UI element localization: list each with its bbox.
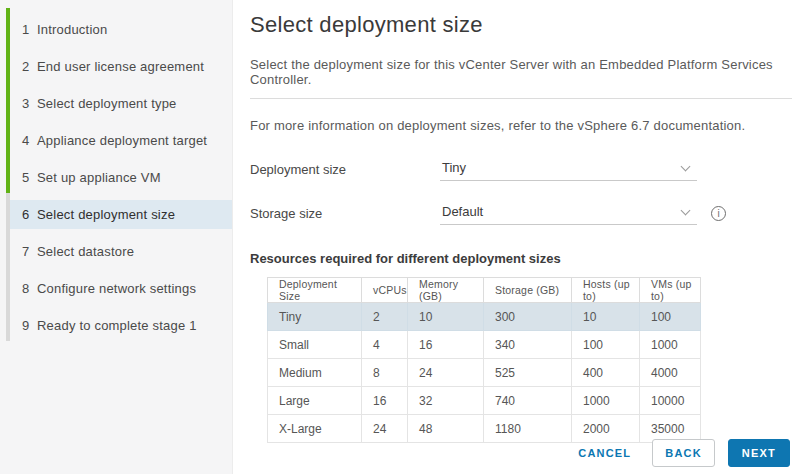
- step-label: Select deployment type: [37, 96, 177, 111]
- storage-size-label: Storage size: [250, 206, 440, 221]
- table-column-header: VMs (up to): [640, 278, 701, 303]
- page-subtitle: Select the deployment size for this vCen…: [250, 57, 792, 87]
- table-column-header: Memory (GB): [408, 278, 484, 303]
- table-cell: 740: [484, 387, 572, 415]
- table-cell: 1180: [484, 415, 572, 443]
- sidebar-steps: 1Introduction2End user license agreement…: [10, 11, 232, 344]
- step-number: 4: [22, 133, 37, 148]
- table-cell: 48: [408, 415, 484, 443]
- step-label: Appliance deployment target: [37, 133, 207, 148]
- step-label: Select datastore: [37, 244, 134, 259]
- page-title: Select deployment size: [250, 12, 792, 38]
- step-label: Set up appliance VM: [37, 170, 161, 185]
- cancel-button[interactable]: CANCEL: [574, 440, 635, 466]
- table-column-header: Storage (GB): [484, 278, 572, 303]
- info-icon[interactable]: i: [711, 206, 726, 221]
- step-label: Introduction: [37, 22, 107, 37]
- step-number: 6: [22, 207, 37, 222]
- chevron-down-icon: [681, 206, 691, 216]
- back-button[interactable]: BACK: [652, 439, 715, 467]
- table-row-medium: Medium8245254004000: [268, 359, 701, 387]
- table-cell: 4: [362, 331, 408, 359]
- table-cell: 300: [484, 303, 572, 331]
- step-number: 5: [22, 170, 37, 185]
- sidebar-item-end-user-license-agreement[interactable]: 2End user license agreement: [10, 48, 232, 85]
- step-label: Ready to complete stage 1: [37, 318, 197, 333]
- table-header-row: Deployment SizevCPUsMemory (GB)Storage (…: [268, 278, 701, 303]
- sidebar-item-select-deployment-type[interactable]: 3Select deployment type: [10, 85, 232, 122]
- table-cell: 16: [408, 331, 484, 359]
- table-row-small: Small4163401001000: [268, 331, 701, 359]
- resources-table-wrap: Deployment SizevCPUsMemory (GB)Storage (…: [267, 277, 792, 443]
- table-title: Resources required for different deploym…: [250, 251, 792, 266]
- sidebar-item-select-datastore[interactable]: 7Select datastore: [10, 233, 232, 270]
- table-cell: 100: [572, 331, 640, 359]
- table-cell: 24: [408, 359, 484, 387]
- table-cell: 4000: [640, 359, 701, 387]
- step-label: Select deployment size: [37, 207, 175, 222]
- table-cell: 32: [408, 387, 484, 415]
- table-cell: X-Large: [268, 415, 362, 443]
- sidebar-item-introduction[interactable]: 1Introduction: [10, 11, 232, 48]
- deployment-size-value: Tiny: [442, 160, 466, 175]
- table-cell: 2: [362, 303, 408, 331]
- table-cell: 24: [362, 415, 408, 443]
- next-button[interactable]: NEXT: [728, 439, 790, 467]
- main-content: Select deployment size Select the deploy…: [233, 0, 800, 474]
- sidebar-item-configure-network-settings[interactable]: 8Configure network settings: [10, 270, 232, 307]
- deployment-size-label: Deployment size: [250, 162, 440, 177]
- step-label: Configure network settings: [37, 281, 196, 296]
- storage-size-select[interactable]: Default: [440, 202, 697, 225]
- table-cell: 100: [640, 303, 701, 331]
- step-number: 8: [22, 281, 37, 296]
- table-column-header: Hosts (up to): [572, 278, 640, 303]
- sidebar-item-select-deployment-size[interactable]: 6Select deployment size: [10, 196, 232, 233]
- table-cell: 16: [362, 387, 408, 415]
- table-row-large: Large1632740100010000: [268, 387, 701, 415]
- step-number: 2: [22, 59, 37, 74]
- sidebar-item-ready-to-complete-stage-1[interactable]: 9Ready to complete stage 1: [10, 307, 232, 344]
- table-cell: 8: [362, 359, 408, 387]
- table-cell: 10000: [640, 387, 701, 415]
- table-cell: Tiny: [268, 303, 362, 331]
- deployment-size-select[interactable]: Tiny: [440, 158, 697, 181]
- chevron-down-icon: [681, 162, 691, 172]
- step-number: 9: [22, 318, 37, 333]
- step-number: 7: [22, 244, 37, 259]
- info-text: For more information on deployment sizes…: [250, 118, 792, 133]
- sidebar-item-appliance-deployment-target[interactable]: 4Appliance deployment target: [10, 122, 232, 159]
- table-cell: 1000: [572, 387, 640, 415]
- table-cell: 10: [572, 303, 640, 331]
- resources-table: Deployment SizevCPUsMemory (GB)Storage (…: [267, 277, 701, 443]
- table-cell: 1000: [640, 331, 701, 359]
- table-cell: 340: [484, 331, 572, 359]
- step-number: 1: [22, 22, 37, 37]
- storage-size-value: Default: [442, 204, 483, 219]
- table-cell: 525: [484, 359, 572, 387]
- sidebar-item-set-up-appliance-vm[interactable]: 5Set up appliance VM: [10, 159, 232, 196]
- table-body: Tiny21030010100Small4163401001000Medium8…: [268, 303, 701, 443]
- table-cell: Small: [268, 331, 362, 359]
- table-cell: 400: [572, 359, 640, 387]
- table-column-header: vCPUs: [362, 278, 408, 303]
- storage-size-row: Storage size Default i: [250, 202, 792, 225]
- table-cell: Large: [268, 387, 362, 415]
- table-column-header: Deployment Size: [268, 278, 362, 303]
- step-number: 3: [22, 96, 37, 111]
- table-cell: Medium: [268, 359, 362, 387]
- table-cell: 10: [408, 303, 484, 331]
- deployment-size-row: Deployment size Tiny: [250, 158, 792, 181]
- header-divider: [250, 98, 792, 99]
- footer-actions: CANCEL BACK NEXT: [574, 439, 790, 467]
- wizard-sidebar: 1Introduction2End user license agreement…: [0, 0, 233, 474]
- table-row-tiny: Tiny21030010100: [268, 303, 701, 331]
- step-label: End user license agreement: [37, 59, 204, 74]
